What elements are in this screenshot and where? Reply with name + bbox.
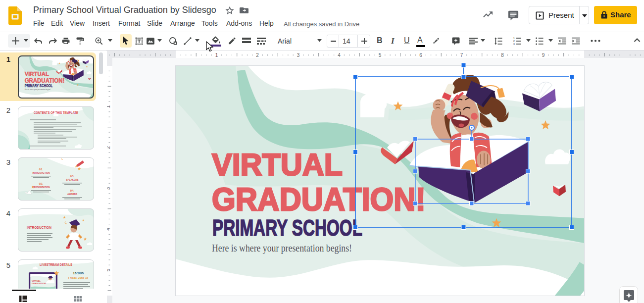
svg-text:4: 4 xyxy=(338,52,341,58)
svg-text:INTRODUCTION: INTRODUCTION xyxy=(27,226,51,229)
svg-text:01.: 01. xyxy=(39,168,44,171)
svg-text:INTRODUCTION: INTRODUCTION xyxy=(32,172,50,174)
svg-text:7: 7 xyxy=(460,52,463,58)
svg-text:AWARDS: AWARDS xyxy=(67,193,77,196)
svg-text:2: 2 xyxy=(106,146,111,149)
svg-text:3: 3 xyxy=(297,52,300,58)
svg-text:5: 5 xyxy=(106,268,111,271)
svg-text:Friday, June 15: Friday, June 15 xyxy=(68,276,88,279)
svg-text:1: 1 xyxy=(106,105,111,108)
svg-text:2: 2 xyxy=(513,40,515,43)
svg-text:5: 5 xyxy=(379,52,382,58)
svg-text:2: 2 xyxy=(256,52,259,58)
svg-text:02.: 02. xyxy=(39,182,44,185)
svg-text:04.: 04. xyxy=(70,189,75,192)
svg-text:8: 8 xyxy=(501,52,504,58)
svg-text:9: 9 xyxy=(542,52,545,58)
svg-text:SPEAKERS: SPEAKERS xyxy=(66,179,78,181)
svg-text:PRESENTATION: PRESENTATION xyxy=(32,186,50,189)
svg-text:1: 1 xyxy=(513,37,515,40)
svg-text:4: 4 xyxy=(106,228,111,231)
svg-text:3: 3 xyxy=(513,43,515,46)
svg-text:3: 3 xyxy=(106,187,111,190)
svg-text:LIVESTREAM DETAILS: LIVESTREAM DETAILS xyxy=(40,263,73,266)
svg-text:03.: 03. xyxy=(70,175,75,178)
svg-text:16:00h: 16:00h xyxy=(73,271,84,275)
svg-text:6: 6 xyxy=(419,52,422,58)
svg-text:GRADUATION!: GRADUATION! xyxy=(32,282,46,285)
svg-text:1: 1 xyxy=(215,52,218,58)
